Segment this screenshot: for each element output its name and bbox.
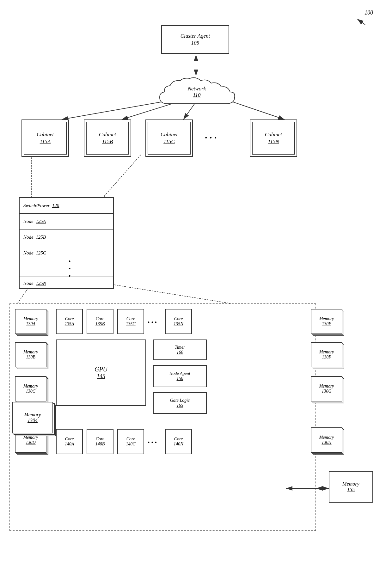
network-cloud: Network 110 <box>155 77 239 110</box>
node-agent-box: Node Agent 150 <box>153 365 207 387</box>
core-140b: Core 140B <box>87 429 113 454</box>
cabinet-115c: Cabinet 115C <box>145 119 193 157</box>
gpu-box: GPU 145 <box>56 340 146 406</box>
cabinet-115n: Cabinet 115N <box>250 119 297 157</box>
node-125a-row: Node 125A <box>20 214 113 229</box>
node-125c-row: Node 125C <box>20 245 113 261</box>
core-135b: Core 135B <box>87 309 113 334</box>
cabinet-115b: Cabinet 115B <box>84 119 131 157</box>
diagram: 100 <box>0 0 392 569</box>
svg-line-5 <box>62 101 169 119</box>
network-label: Network 110 <box>188 86 206 98</box>
core-140a: Core 140A <box>56 429 83 454</box>
svg-line-15 <box>104 283 231 303</box>
core-140c: Core 140C <box>117 429 144 454</box>
cabinet-115n-label: Cabinet 115N <box>265 131 282 145</box>
cabinet-dots: ••• <box>205 134 219 142</box>
svg-line-18 <box>357 19 365 25</box>
top-core-dots: ••• <box>148 319 158 326</box>
core-135c: Core 135C <box>117 309 144 334</box>
fig-ref: 100 <box>364 9 373 16</box>
cabinet-115b-label: Cabinet 115B <box>99 131 116 145</box>
core-135a: Core 135A <box>56 309 83 334</box>
bottom-core-dots: ••• <box>148 439 158 446</box>
gate-logic-box: Gate Logic 165 <box>153 392 207 414</box>
cabinet-115c-label: Cabinet 115C <box>161 131 178 145</box>
svg-line-11 <box>104 155 141 196</box>
cluster-agent-label: Cluster Agent 105 <box>181 33 210 46</box>
node-dots-row: • • • <box>20 261 113 277</box>
cabinet-115a: Cabinet 115A <box>21 119 69 157</box>
cabinet-115a-label: Cabinet 115A <box>37 131 54 145</box>
switch-power-row: Switch/Power 120 <box>20 198 113 214</box>
node-list-box: Switch/Power 120 Node 125A Node 125B Nod… <box>19 197 114 289</box>
core-140n: Core 140N <box>165 429 192 454</box>
fig-ref-label: 100 <box>364 9 373 16</box>
node-125b-row: Node 125B <box>20 229 113 245</box>
timer-box: Timer 160 <box>153 340 207 360</box>
core-135n: Core 135N <box>165 309 192 334</box>
cluster-agent-box: Cluster Agent 105 <box>161 25 229 54</box>
node-125n-row: Node 125N <box>20 277 113 290</box>
